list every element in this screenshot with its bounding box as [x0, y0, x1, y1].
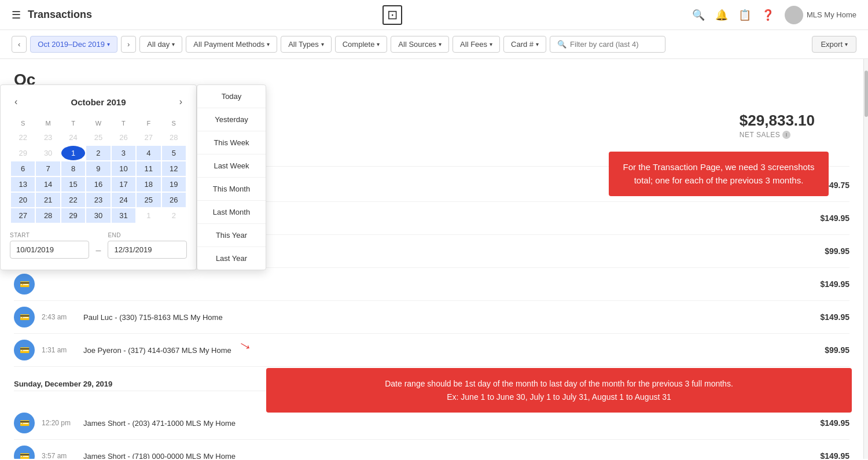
cal-day[interactable]: 29 [11, 146, 35, 160]
tx-time: 12:20 pm [42, 419, 76, 427]
cal-day[interactable]: 1 [61, 146, 85, 160]
types-button[interactable]: All Types ▾ [281, 36, 332, 53]
card-search-input[interactable] [570, 40, 658, 49]
tx-icon: 💳 [14, 274, 35, 295]
qr-thisweek-button[interactable]: This Week [197, 131, 266, 154]
cal-day[interactable]: 9 [86, 161, 110, 176]
allday-button[interactable]: All day ▾ [139, 36, 182, 53]
cal-day[interactable]: 13 [11, 177, 35, 192]
tx-time: 3:57 am [42, 452, 76, 459]
cal-day[interactable]: 8 [61, 161, 85, 176]
cal-day[interactable]: 10 [112, 161, 135, 176]
cal-day[interactable]: 14 [36, 177, 60, 192]
date-range-button[interactable]: Oct 2019–Dec 2019 ▾ [30, 36, 117, 53]
tx-amount: $149.95 [820, 418, 849, 428]
annotation-text-2: Date range should be 1st day of the mont… [385, 379, 733, 401]
qr-lastweek-button[interactable]: Last Week [197, 154, 266, 178]
user-name: MLS My Home [807, 10, 856, 19]
net-sales-info-icon[interactable]: i [782, 131, 790, 139]
sources-button[interactable]: All Sources ▾ [391, 36, 449, 53]
cal-day[interactable]: 26 [112, 130, 135, 145]
help-icon[interactable]: ❓ [762, 9, 774, 21]
table-row: 💳 2:43 am Paul Luc - (330) 715-8163 MLS … [14, 301, 849, 334]
cal-day[interactable]: 31 [112, 208, 135, 223]
cal-day[interactable]: 30 [86, 208, 110, 223]
cal-day[interactable]: 25 [137, 193, 160, 207]
complete-button[interactable]: Complete ▾ [335, 36, 388, 53]
search-icon[interactable]: 🔍 [692, 9, 705, 21]
cal-day[interactable]: 2 [162, 208, 186, 223]
qr-thismonth-button[interactable]: This Month [197, 178, 266, 201]
types-chevron: ▾ [321, 41, 324, 47]
cal-start-input[interactable] [10, 241, 89, 259]
qr-lastmonth-button[interactable]: Last Month [197, 201, 266, 224]
cal-end-input[interactable] [108, 241, 187, 259]
fees-button[interactable]: All Fees ▾ [453, 36, 500, 53]
clipboard-icon[interactable]: 📋 [738, 9, 751, 21]
cal-day[interactable]: 11 [137, 161, 160, 176]
cal-day[interactable]: 1 [137, 208, 160, 223]
cal-day[interactable]: 7 [36, 161, 60, 176]
qr-today-button[interactable]: Today [197, 85, 266, 108]
cal-day[interactable]: 28 [162, 130, 186, 145]
cal-day-header: T [61, 117, 85, 129]
cal-day[interactable]: 18 [137, 177, 160, 192]
qr-thisyear-button[interactable]: This Year [197, 224, 266, 247]
cal-day[interactable]: 17 [112, 177, 135, 192]
cal-day[interactable]: 4 [137, 146, 160, 160]
cal-day[interactable]: 27 [137, 130, 160, 145]
cal-day[interactable]: 16 [86, 177, 110, 192]
cal-day[interactable]: 21 [36, 193, 60, 207]
bell-icon[interactable]: 🔔 [715, 9, 728, 21]
cal-start-label: START [10, 232, 89, 238]
cal-day[interactable]: 23 [86, 193, 110, 207]
payment-chevron: ▾ [267, 41, 270, 47]
top-nav: ☰ Transactions ⊡ 🔍 🔔 📋 ❓ MLS My Home [0, 0, 868, 30]
cal-day[interactable]: 23 [36, 130, 60, 145]
export-button[interactable]: Export ▾ [812, 36, 856, 53]
scrollbar-track[interactable] [863, 59, 868, 459]
tx-name: James Short - (718) 000-0000 MLS My Home [83, 452, 813, 459]
card-search[interactable]: 🔍 [550, 36, 665, 53]
qr-lastyear-button[interactable]: Last Year [197, 247, 266, 270]
cal-day[interactable]: 25 [86, 130, 110, 145]
user-avatar[interactable]: MLS My Home [785, 6, 856, 24]
tx-icon: 💳 [14, 307, 35, 327]
qr-yesterday-button[interactable]: Yesterday [197, 108, 266, 131]
card-button[interactable]: Card # ▾ [503, 36, 546, 53]
cal-day[interactable]: 22 [11, 130, 35, 145]
cal-month-title: October 2019 [71, 97, 126, 107]
cal-day[interactable]: 24 [61, 130, 85, 145]
date-next-button[interactable]: › [121, 36, 136, 53]
cal-day[interactable]: 30 [36, 146, 60, 160]
cal-day[interactable]: 20 [11, 193, 35, 207]
annotation-box-1: For the Transaction Page, we need 3 scre… [609, 152, 829, 196]
cal-week-row: 29 30 1 2 3 4 5 [11, 146, 186, 160]
cal-day[interactable]: 19 [162, 177, 186, 192]
cal-next-button[interactable]: › [175, 94, 187, 109]
cal-week-row: 27 28 29 30 31 1 2 [11, 208, 186, 223]
cal-day[interactable]: 29 [61, 208, 85, 223]
menu-icon[interactable]: ☰ [12, 9, 21, 21]
cal-day[interactable]: 22 [61, 193, 85, 207]
cal-day[interactable]: 26 [162, 193, 186, 207]
cal-day[interactable]: 6 [11, 161, 35, 176]
cal-prev-button[interactable]: ‹ [10, 94, 22, 109]
cal-day[interactable]: 24 [112, 193, 135, 207]
cal-day[interactable]: 28 [36, 208, 60, 223]
cal-day[interactable]: 12 [162, 161, 186, 176]
date-prev-button[interactable]: ‹ [12, 36, 27, 53]
cal-week-row: 6 7 8 9 10 11 12 [11, 161, 186, 176]
payment-methods-button[interactable]: All Payment Methods ▾ [186, 36, 277, 53]
cal-day[interactable]: 27 [11, 208, 35, 223]
scrollbar-thumb[interactable] [865, 71, 868, 117]
cal-day[interactable]: 5 [162, 146, 186, 160]
export-chevron: ▾ [845, 41, 848, 47]
cal-day-header: T [112, 117, 135, 129]
export-label: Export [821, 40, 843, 49]
cal-day[interactable]: 2 [86, 146, 110, 160]
cal-day[interactable]: 3 [112, 146, 135, 160]
cal-start-group: START [10, 232, 89, 259]
avatar-image [785, 6, 803, 24]
cal-day[interactable]: 15 [61, 177, 85, 192]
